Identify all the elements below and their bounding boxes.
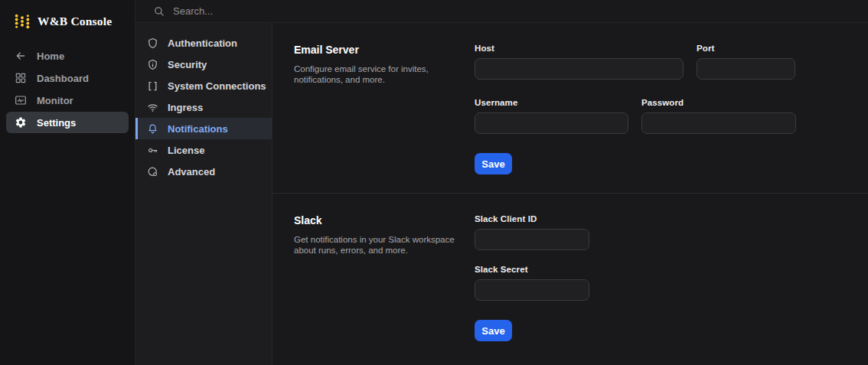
dashboard-grid-icon <box>15 72 27 84</box>
topbar <box>135 0 868 23</box>
slack-client-id-label: Slack Client ID <box>475 214 868 223</box>
email-server-info: Email Server Configure email service for… <box>294 44 475 193</box>
settings-nav-security[interactable]: Security <box>135 54 272 75</box>
search-input[interactable] <box>171 5 401 18</box>
settings-nav-authentication[interactable]: Authentication <box>135 32 272 54</box>
settings-nav-label: License <box>168 145 204 156</box>
sidebar-item-label: Home <box>37 51 64 62</box>
password-label: Password <box>641 98 796 107</box>
sidebar-item-monitor[interactable]: Monitor <box>6 90 129 111</box>
port-input[interactable] <box>697 58 795 80</box>
slack-secret-input[interactable] <box>475 279 589 301</box>
settings-nav-advanced[interactable]: Advanced <box>135 161 272 182</box>
slack-client-id-field-group: Slack Client ID <box>475 214 868 250</box>
primary-nav: Home Dashboard Monitor Settings <box>0 41 135 133</box>
port-label: Port <box>697 44 795 53</box>
sidebar-item-dashboard[interactable]: Dashboard <box>6 67 129 89</box>
arrow-left-icon <box>15 50 27 62</box>
password-field-group: Password <box>641 98 796 134</box>
settings-nav-label: Advanced <box>168 166 215 178</box>
host-input[interactable] <box>475 58 684 80</box>
settings-nav-label: Security <box>168 59 207 70</box>
primary-sidebar: W&B Console Home Dashboard Monitor Setti… <box>0 0 135 365</box>
settings-nav-system-connections[interactable]: System Connections <box>135 75 272 96</box>
section-description: Get notifications in your Slack workspac… <box>294 234 461 256</box>
monitor-chart-icon <box>15 94 27 106</box>
brackets-icon <box>147 80 158 92</box>
username-label: Username <box>475 98 628 107</box>
slack-secret-field-group: Slack Secret <box>475 265 868 301</box>
shield-info-icon <box>147 59 158 70</box>
settings-nav-label: Ingress <box>168 102 203 113</box>
slack-client-id-input[interactable] <box>475 229 589 250</box>
sidebar-item-label: Dashboard <box>37 73 89 84</box>
settings-nav: Authentication Security System Connectio… <box>135 23 272 365</box>
settings-main: Email Server Configure email service for… <box>272 23 868 365</box>
search-icon <box>153 5 165 17</box>
username-field-group: Username <box>475 98 628 134</box>
port-field-group: Port <box>697 44 795 80</box>
slack-secret-label: Slack Secret <box>475 265 868 274</box>
sidebar-item-settings[interactable]: Settings <box>6 112 129 133</box>
app-logo-row: W&B Console <box>0 0 135 41</box>
settings-nav-label: Authentication <box>168 37 237 49</box>
slack-form: Slack Client ID Slack Secret Save <box>475 214 868 365</box>
wifi-icon <box>147 102 158 113</box>
key-icon <box>147 145 158 156</box>
sidebar-item-label: Settings <box>37 117 76 129</box>
settings-nav-ingress[interactable]: Ingress <box>135 96 272 118</box>
settings-nav-label: Notifications <box>168 123 228 135</box>
settings-nav-label: System Connections <box>168 80 266 92</box>
slack-save-button[interactable]: Save <box>475 320 512 341</box>
settings-nav-license[interactable]: License <box>135 139 272 161</box>
wandb-logo-icon <box>14 13 31 30</box>
sidebar-item-label: Monitor <box>37 95 73 106</box>
section-title: Slack <box>294 214 461 226</box>
bell-icon <box>147 123 158 135</box>
email-save-button[interactable]: Save <box>475 153 512 174</box>
section-title: Email Server <box>294 44 461 56</box>
slack-info: Slack Get notifications in your Slack wo… <box>294 214 475 365</box>
host-field-group: Host <box>475 44 684 80</box>
username-input[interactable] <box>475 112 628 134</box>
email-server-form: Host Port Username <box>475 44 868 193</box>
password-input[interactable] <box>641 112 796 134</box>
shield-icon <box>147 37 158 49</box>
settings-nav-notifications[interactable]: Notifications <box>135 118 272 139</box>
advanced-circle-icon <box>147 166 158 178</box>
section-description: Configure email service for invites, not… <box>294 64 461 85</box>
slack-section: Slack Get notifications in your Slack wo… <box>272 194 868 365</box>
email-server-section: Email Server Configure email service for… <box>272 23 868 194</box>
sidebar-item-home[interactable]: Home <box>6 45 129 67</box>
app-title: W&B Console <box>38 15 112 28</box>
gear-icon <box>15 116 27 129</box>
host-label: Host <box>475 44 684 53</box>
